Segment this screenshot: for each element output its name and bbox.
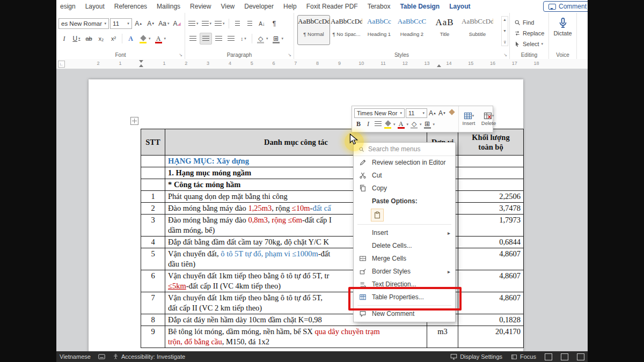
shading-button[interactable]: ◇ xyxy=(255,33,269,44)
menu-item-merge-cells[interactable]: Merge Cells xyxy=(354,252,455,265)
decrease-indent-button[interactable] xyxy=(232,18,243,29)
tab-references[interactable]: References xyxy=(109,1,152,12)
font-dialog-launcher[interactable]: ↘ xyxy=(179,53,182,57)
view-read-mode-button[interactable] xyxy=(561,353,568,360)
tab-mailings[interactable]: Mailings xyxy=(152,1,185,12)
cell-stt[interactable] xyxy=(141,156,165,167)
show-marks-button[interactable]: ¶ xyxy=(269,18,280,29)
mini-delete-button[interactable]: ▾ Delete xyxy=(479,106,499,132)
align-center-button[interactable] xyxy=(200,33,212,45)
cell-danh-muc[interactable]: Bê tông lót móng, dầm móng, nền hầm, bể … xyxy=(165,326,427,348)
tab-developer[interactable]: Developer xyxy=(239,1,279,12)
menu-item-insert[interactable]: Insert▸ xyxy=(354,226,455,239)
menu-item-border-styles[interactable]: Border Styles▸ xyxy=(354,265,455,278)
mini-shading-button[interactable]: ◇ xyxy=(409,120,422,129)
header-khoi-luong[interactable]: Khối lượngtoàn bộ xyxy=(458,129,524,156)
borders-button[interactable]: ⊞ xyxy=(270,33,285,44)
cell-khoi-luong[interactable]: 20,4170 xyxy=(458,326,524,348)
italic-button[interactable]: I xyxy=(58,33,70,44)
strikethrough-button[interactable]: ab xyxy=(83,33,94,44)
change-case-button[interactable]: Aa xyxy=(158,18,170,29)
right-indent-marker[interactable] xyxy=(437,64,441,67)
bullets-button[interactable] xyxy=(187,18,200,29)
tab-review[interactable]: Review xyxy=(185,1,216,12)
align-right-button[interactable] xyxy=(213,33,224,44)
mini-font-color-button[interactable]: A xyxy=(397,120,409,129)
cell-stt[interactable]: 3 xyxy=(141,215,165,237)
mini-borders-button[interactable]: ⊞ xyxy=(423,120,435,129)
paste-option-keep-source[interactable] xyxy=(354,208,455,223)
multilevel-list-button[interactable] xyxy=(214,18,226,29)
style-subtitle[interactable]: AaBbCcDdSubtitle xyxy=(462,16,493,45)
cell-stt[interactable]: 2 xyxy=(141,203,165,215)
table-move-handle[interactable] xyxy=(130,117,138,125)
cell-khoi-luong[interactable]: 4,8607 xyxy=(458,292,524,314)
line-spacing-button[interactable]: ↕ xyxy=(238,33,249,44)
cell-stt[interactable]: 4 xyxy=(141,237,165,248)
tab-table-design[interactable]: Table Design xyxy=(395,1,444,12)
font-size-combobox[interactable]: 11▾ xyxy=(110,18,132,29)
superscript-button[interactable]: x² xyxy=(108,33,119,44)
cell-khoi-luong[interactable]: 4,8607 xyxy=(458,248,524,270)
first-line-indent-marker[interactable] xyxy=(139,60,143,63)
align-left-button[interactable] xyxy=(187,33,199,44)
mini-font-name-combobox[interactable]: Times New Ror▾ xyxy=(354,108,405,118)
cell-stt[interactable]: 1 xyxy=(141,191,165,203)
tab-esign[interactable]: esign xyxy=(56,1,80,12)
tab-view[interactable]: View xyxy=(216,1,239,12)
cell-khoi-luong[interactable] xyxy=(458,179,524,191)
cell-stt[interactable]: 9 xyxy=(141,326,165,348)
style-no-spac[interactable]: AaBbCcDd¶ No Spac... xyxy=(331,16,362,45)
text-effects-button[interactable]: A xyxy=(125,33,136,44)
highlight-color-button[interactable] xyxy=(137,33,152,44)
cell-khoi-luong[interactable]: 3,7478 xyxy=(458,203,524,215)
menu-item-paste-options[interactable]: Paste Options: xyxy=(354,195,455,208)
cell-khoi-luong[interactable] xyxy=(458,167,524,179)
tab-terabox[interactable]: Terabox xyxy=(363,1,396,12)
sort-button[interactable]: A↓ xyxy=(257,18,268,29)
menu-search-box[interactable]: Search the menus xyxy=(354,143,455,156)
mini-grow-font-button[interactable]: A▲ xyxy=(428,108,437,118)
comments-button[interactable]: Comment xyxy=(543,1,588,12)
clear-formatting-button[interactable]: A◢ xyxy=(171,18,182,29)
cell-stt[interactable] xyxy=(141,179,165,191)
header-stt[interactable]: STT xyxy=(141,129,165,156)
cell-stt[interactable]: 7 xyxy=(141,292,165,314)
justify-button[interactable] xyxy=(225,33,237,44)
menu-item-review-selection-in-editor[interactable]: Review selection in Editor xyxy=(354,156,455,169)
mini-italic-button[interactable]: I xyxy=(364,120,372,129)
view-web-layout-button[interactable] xyxy=(577,353,584,360)
mini-shrink-font-button[interactable]: A▼ xyxy=(438,108,447,118)
tab-layout[interactable]: Layout xyxy=(80,1,109,12)
underline-button[interactable]: U xyxy=(71,33,82,44)
menu-item-delete-cells[interactable]: Delete Cells... xyxy=(354,239,455,252)
style-normal[interactable]: AaBbCcDd¶ Normal xyxy=(298,16,330,45)
cell-don-vi[interactable]: m3 xyxy=(427,326,458,348)
cell-khoi-luong[interactable]: 4,8607 xyxy=(458,270,524,292)
mini-highlight-button[interactable] xyxy=(383,120,396,129)
paragraph-dialog-launcher[interactable]: ↘ xyxy=(288,53,291,57)
subscript-button[interactable]: x₂ xyxy=(96,33,107,44)
tab-foxit-reader-pdf[interactable]: Foxit Reader PDF xyxy=(302,1,363,12)
focus-button[interactable]: Focus xyxy=(511,353,536,360)
cell-khoi-luong[interactable]: 0,1828 xyxy=(458,314,524,326)
font-name-combobox[interactable]: es New Romar▾ xyxy=(58,18,109,29)
format-painter-button[interactable] xyxy=(448,108,456,118)
tab-selector[interactable]: ∟ xyxy=(58,61,65,68)
dictate-button[interactable]: Dictate xyxy=(549,17,576,36)
style-heading-2[interactable]: AaBbCcCHeading 2 xyxy=(396,16,428,45)
cell-stt[interactable] xyxy=(141,167,165,179)
cell-stt[interactable]: 8 xyxy=(141,314,165,326)
grow-font-button[interactable]: A▲ xyxy=(133,18,144,29)
cell-khoi-luong[interactable]: 0,6844 xyxy=(458,237,524,248)
view-print-layout-button[interactable] xyxy=(545,353,552,360)
cell-stt[interactable]: 5 xyxy=(141,248,165,270)
mini-insert-button[interactable]: ▾ Insert xyxy=(459,106,479,132)
increase-indent-button[interactable] xyxy=(244,18,255,29)
font-color-button[interactable]: A xyxy=(153,33,167,44)
styles-gallery-scrollbar[interactable]: ▲▼⊽ xyxy=(501,16,508,46)
style-heading-1[interactable]: AaBbCcHeading 1 xyxy=(363,16,395,45)
language-status[interactable]: Vietnamese xyxy=(60,353,91,360)
cell-khoi-luong[interactable]: 1,7973 xyxy=(458,215,524,237)
mini-list-button[interactable] xyxy=(374,120,382,129)
